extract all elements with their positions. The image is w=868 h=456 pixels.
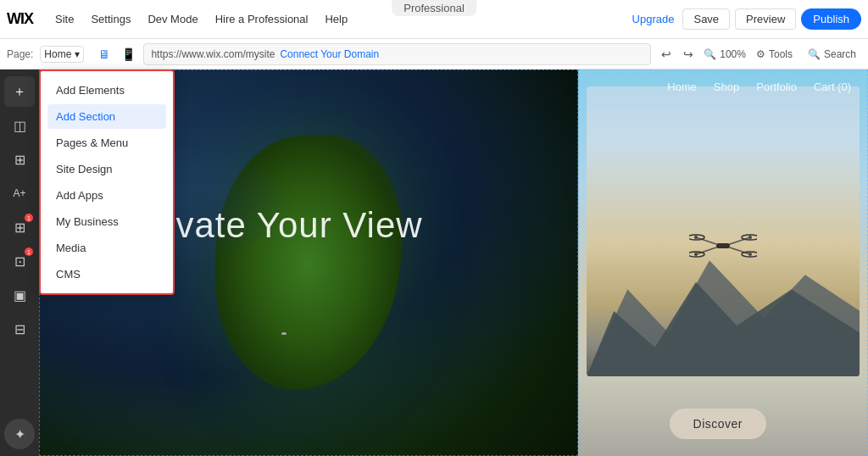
- sidebar-pages-icon[interactable]: ⊞: [4, 144, 35, 175]
- svg-point-14: [748, 253, 752, 256]
- nav-help[interactable]: Help: [316, 13, 356, 25]
- desktop-view-icon[interactable]: 🖥: [94, 44, 114, 64]
- zoom-icon: 🔍: [704, 48, 716, 60]
- publish-button[interactable]: Publish: [801, 8, 861, 30]
- site-nav-home[interactable]: Home: [667, 81, 697, 93]
- sidebar-media-icon[interactable]: ▣: [4, 280, 35, 310]
- search-label: Search: [824, 48, 856, 60]
- svg-line-5: [696, 247, 716, 254]
- sidebar-add-icon[interactable]: ＋: [4, 76, 35, 107]
- business-badge: 1: [25, 247, 33, 256]
- nav-site[interactable]: Site: [47, 13, 82, 25]
- panel-menu-site-design[interactable]: Site Design: [47, 157, 166, 181]
- wix-logo: WIX: [7, 10, 33, 28]
- view-toggle: 🖥 📱: [94, 44, 138, 64]
- sidebar-cms-icon[interactable]: ⊟: [4, 314, 35, 344]
- apps-badge: 1: [25, 214, 33, 222]
- panel-menu-cms[interactable]: CMS: [47, 262, 166, 286]
- page-name: Home: [44, 48, 71, 60]
- svg-point-13: [694, 253, 698, 256]
- connect-domain-link[interactable]: Connect Your Domain: [280, 48, 379, 60]
- nav-settings[interactable]: Settings: [82, 13, 139, 25]
- design-icon: A+: [13, 187, 25, 199]
- plus-icon: ＋: [13, 83, 26, 101]
- svg-line-6: [730, 247, 750, 254]
- help-assistant-icon[interactable]: ✦: [4, 419, 35, 449]
- professional-badge: Professional: [392, 0, 476, 16]
- redo-button[interactable]: ↪: [678, 44, 698, 64]
- preview-button[interactable]: Preview: [735, 8, 796, 30]
- upgrade-button[interactable]: Upgrade: [624, 13, 683, 25]
- panel-menu-add-section[interactable]: Add Section: [47, 104, 166, 129]
- page-label: Page:: [7, 48, 33, 60]
- site-nav-shop[interactable]: Shop: [714, 81, 739, 93]
- sidebar-design-icon[interactable]: A+: [4, 178, 35, 209]
- undo-redo-group: ↩ ↪: [656, 44, 698, 64]
- undo-button[interactable]: ↩: [656, 44, 676, 64]
- drone-image: [587, 86, 860, 376]
- search-icon: 🔍: [808, 48, 821, 60]
- svg-point-12: [748, 236, 752, 239]
- tools-icon: ⚙: [756, 48, 765, 60]
- panel-menu-my-business[interactable]: My Business: [47, 209, 166, 234]
- svg-point-11: [694, 236, 698, 239]
- theme-icon: ◫: [14, 118, 26, 134]
- nav-hire[interactable]: Hire a Professional: [207, 13, 317, 25]
- site-nav-portfolio[interactable]: Portfolio: [756, 81, 797, 93]
- nav-devmode[interactable]: Dev Mode: [139, 13, 206, 25]
- main-area: ＋ ◫ ⊞ A+ ⊞ 1 ⊡ 1 ▣ ⊟ ✦ Add Elements: [0, 70, 868, 456]
- panel-menu-pages-menu[interactable]: Pages & Menu: [47, 131, 166, 155]
- page-selector[interactable]: Home ▾: [40, 46, 84, 63]
- tools-button[interactable]: ⚙ Tools: [751, 47, 798, 62]
- search-button[interactable]: 🔍 Search: [803, 47, 861, 62]
- discover-button[interactable]: Discover: [670, 409, 766, 439]
- mobile-view-icon[interactable]: 📱: [118, 44, 138, 64]
- second-navbar: Page: Home ▾ 🖥 📱 https://www.wix.com/mys…: [0, 39, 868, 70]
- save-button[interactable]: Save: [682, 8, 730, 30]
- sparkle-icon: ✦: [14, 426, 25, 442]
- media-icon: ▣: [14, 287, 26, 303]
- sidebar-business-icon[interactable]: ⊡ 1: [4, 246, 35, 276]
- drone-illustration: [689, 229, 757, 263]
- sidebar-theme-icon[interactable]: ◫: [4, 110, 35, 141]
- pages-icon: ⊞: [14, 152, 25, 168]
- svg-line-3: [696, 237, 716, 244]
- right-section: Discover: [578, 70, 868, 456]
- panel-menu: Add Elements Add Section Pages & Menu Si…: [39, 70, 175, 295]
- panel-menu-media[interactable]: Media: [47, 236, 166, 260]
- chevron-down-icon: ▾: [75, 48, 80, 60]
- svg-rect-2: [716, 243, 730, 248]
- left-sidebar: ＋ ◫ ⊞ A+ ⊞ 1 ⊡ 1 ▣ ⊟ ✦: [0, 70, 39, 456]
- apps-icon: ⊞: [14, 220, 25, 236]
- sidebar-apps-icon[interactable]: ⊞ 1: [4, 212, 35, 242]
- cms-icon: ⊟: [14, 321, 25, 337]
- tools-label: Tools: [769, 48, 793, 60]
- site-nav-cart[interactable]: Cart (0): [814, 81, 851, 93]
- url-text: https://www.wix.com/mysite: [151, 48, 275, 60]
- panel-menu-add-elements[interactable]: Add Elements: [47, 78, 166, 103]
- svg-line-4: [730, 237, 750, 244]
- panel-menu-add-apps[interactable]: Add Apps: [47, 183, 166, 208]
- zoom-level: 100%: [720, 48, 746, 60]
- business-icon: ⊡: [14, 253, 25, 270]
- url-bar: https://www.wix.com/mysite Connect Your …: [143, 43, 651, 65]
- zoom-control[interactable]: 🔍 100%: [704, 48, 746, 60]
